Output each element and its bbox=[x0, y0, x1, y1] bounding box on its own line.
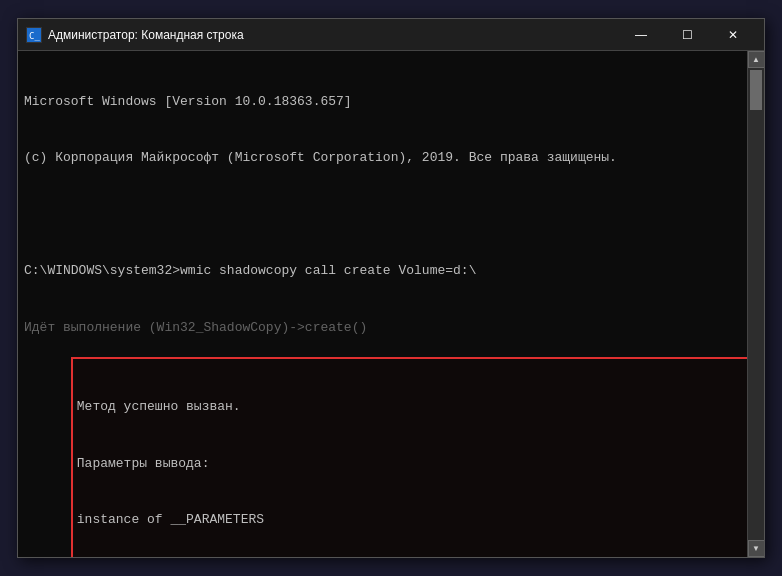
highlighted-result: Метод успешно вызван. Параметры вывода: … bbox=[71, 357, 747, 558]
scrollbar: ▲ ▼ bbox=[747, 51, 764, 557]
cmd-icon: C_ bbox=[26, 27, 42, 43]
window-title: Администратор: Командная строка bbox=[48, 28, 618, 42]
title-bar: C_ Администратор: Командная строка — ☐ ✕ bbox=[18, 19, 764, 51]
scroll-down-button[interactable]: ▼ bbox=[748, 540, 765, 557]
console-body: Microsoft Windows [Version 10.0.18363.65… bbox=[18, 51, 764, 557]
line-version: Microsoft Windows [Version 10.0.18363.65… bbox=[24, 93, 741, 112]
minimize-button[interactable]: — bbox=[618, 19, 664, 51]
line-executing: Идёт выполнение (Win32_ShadowCopy)->crea… bbox=[24, 319, 741, 338]
line-success: Метод успешно вызван. bbox=[77, 398, 747, 417]
window-controls: — ☐ ✕ bbox=[618, 19, 756, 51]
close-button[interactable]: ✕ bbox=[710, 19, 756, 51]
line-command: C:\WINDOWS\system32>wmic shadowcopy call… bbox=[24, 262, 741, 281]
console-output[interactable]: Microsoft Windows [Version 10.0.18363.65… bbox=[18, 51, 747, 557]
svg-text:C_: C_ bbox=[29, 31, 40, 41]
scroll-up-button[interactable]: ▲ bbox=[748, 51, 765, 68]
line-instance: instance of __PARAMETERS bbox=[77, 511, 747, 530]
scrollbar-thumb[interactable] bbox=[750, 70, 762, 110]
line-copyright: (с) Корпорация Майкрософт (Microsoft Cor… bbox=[24, 149, 741, 168]
cmd-window: C_ Администратор: Командная строка — ☐ ✕… bbox=[17, 18, 765, 558]
line-params-label: Параметры вывода: bbox=[77, 455, 747, 474]
scrollbar-track[interactable] bbox=[748, 68, 764, 540]
line-blank1 bbox=[24, 206, 741, 225]
maximize-button[interactable]: ☐ bbox=[664, 19, 710, 51]
